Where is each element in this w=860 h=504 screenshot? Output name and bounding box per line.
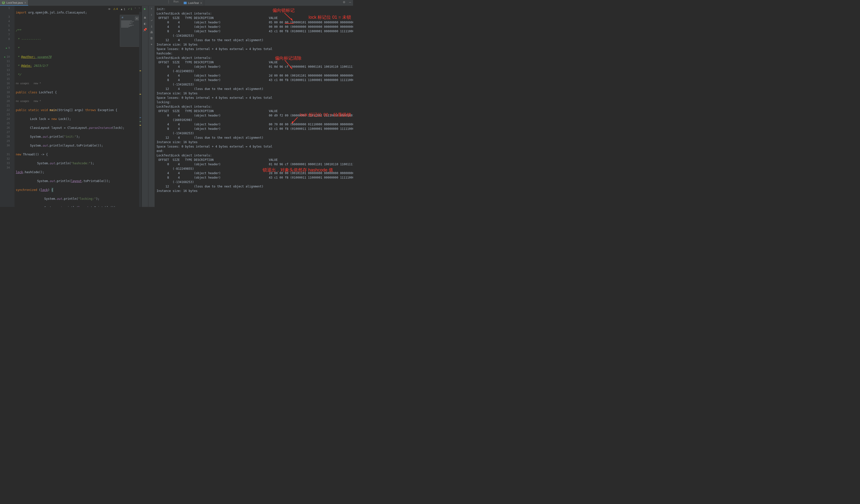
print-icon[interactable]: 🖶 bbox=[150, 31, 153, 34]
tab-bar: C LockTest.java × ⋮ Run: LockTest × ⚙ — bbox=[0, 0, 353, 6]
close-icon[interactable]: × bbox=[200, 1, 202, 5]
chevron-up-icon[interactable]: ˄ bbox=[134, 8, 136, 11]
exit-icon[interactable]: ⏏ bbox=[144, 16, 146, 19]
run-tab[interactable]: LockTest × bbox=[182, 0, 204, 6]
wrap-icon[interactable]: ⤶ bbox=[150, 19, 153, 22]
code-minimap[interactable]: m × bbox=[120, 15, 141, 47]
warning-badge[interactable]: ⚠ 4 bbox=[113, 8, 118, 11]
minimize-icon[interactable]: — bbox=[347, 0, 353, 6]
close-icon[interactable]: × bbox=[135, 16, 139, 20]
editor-tab-label: LockTest.java bbox=[6, 1, 23, 4]
run-label: Run: bbox=[172, 0, 181, 6]
run-primary-toolbar: ▶ ⏏ ◧ 📌 bbox=[142, 6, 148, 207]
down-icon[interactable]: ↓ bbox=[150, 13, 152, 16]
console-output[interactable]: init:LockTest$Lock object internals: OFF… bbox=[155, 6, 353, 207]
close-icon[interactable]: × bbox=[25, 1, 26, 4]
up-icon[interactable]: ↑ bbox=[150, 7, 152, 10]
chevron-down-icon[interactable]: ˅ bbox=[139, 8, 140, 11]
clear-icon[interactable]: 🗑 bbox=[150, 36, 153, 40]
run-gutter-icon[interactable]: ▶ bbox=[4, 55, 5, 59]
filter-icon[interactable]: ★ bbox=[150, 42, 152, 46]
minimap-method-icon: m bbox=[121, 16, 123, 19]
inspection-widget[interactable]: 👁 ⚠ 4 ▲ 1 ✓ 1 ˄ ˅ bbox=[108, 8, 140, 11]
editor-tab[interactable]: C LockTest.java × bbox=[0, 0, 28, 6]
run-config-icon bbox=[184, 2, 187, 4]
reader-mode-icon[interactable]: 👁 bbox=[108, 8, 111, 11]
scroll-end-icon[interactable]: ⤓ bbox=[150, 25, 153, 28]
run-secondary-toolbar: ↑ ↓ ⤶ ⤓ 🖶 🗑 ★ bbox=[148, 6, 155, 207]
run-tool-window: ▶ ⏏ ◧ 📌 ↑ ↓ ⤶ ⤓ 🖶 🗑 ★ init:LockTest$Lock… bbox=[142, 6, 353, 207]
editor-pane: 1 3 4 5 6 7 8 ▶ 9 ▶10 11 12 13 14 15 16 … bbox=[0, 6, 142, 207]
rerun-icon[interactable]: ▶ bbox=[144, 7, 146, 11]
run-tab-label: LockTest bbox=[188, 1, 199, 4]
weak-warning-badge[interactable]: ▲ 1 bbox=[120, 8, 125, 11]
java-file-icon: C bbox=[2, 1, 5, 4]
editor-menu-icon[interactable]: ⋮ bbox=[165, 0, 172, 6]
pin-icon[interactable]: 📌 bbox=[143, 28, 147, 31]
error-stripe[interactable] bbox=[139, 12, 142, 207]
fold-column[interactable] bbox=[12, 6, 15, 207]
run-gutter-icon[interactable]: ▶ bbox=[6, 46, 7, 50]
typo-badge[interactable]: ✓ 1 bbox=[128, 8, 132, 11]
layout-icon[interactable]: ◧ bbox=[144, 22, 146, 25]
gear-icon[interactable]: ⚙ bbox=[341, 0, 347, 6]
usages-hint[interactable]: no usages new * bbox=[16, 81, 41, 86]
usages-hint[interactable]: no usages new * bbox=[16, 99, 41, 103]
line-number-gutter: 1 3 4 5 6 7 8 ▶ 9 ▶10 11 12 13 14 15 16 … bbox=[0, 6, 12, 207]
